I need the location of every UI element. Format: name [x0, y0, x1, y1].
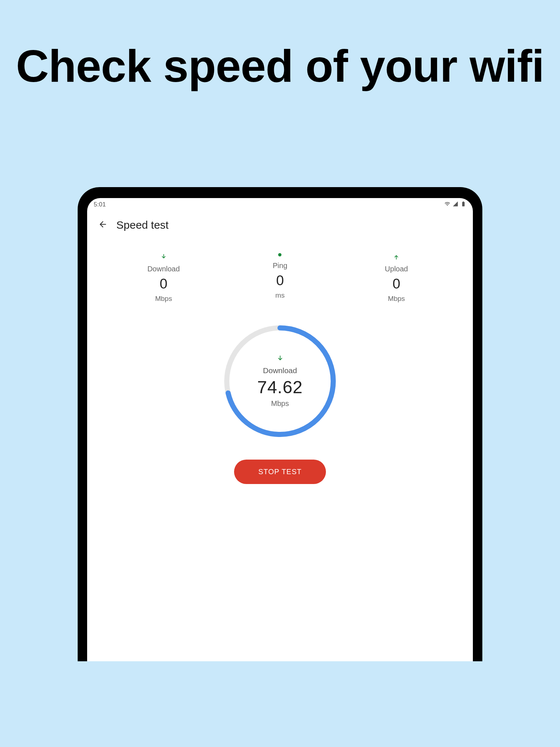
download-unit: Mbps	[155, 295, 172, 303]
download-metric: Download 0 Mbps	[127, 253, 200, 303]
ping-value: 0	[276, 273, 284, 289]
device-frame: 5:01 Speed test	[78, 187, 482, 661]
upload-metric: Upload 0 Mbps	[360, 253, 433, 303]
upload-arrow-icon	[393, 253, 400, 262]
upload-label: Upload	[385, 265, 408, 273]
app-title: Speed test	[116, 219, 168, 231]
ping-label: Ping	[273, 262, 287, 270]
promo-header: Check speed of your wifi	[16, 36, 544, 96]
app-bar: Speed test	[87, 212, 473, 239]
status-time: 5:01	[94, 201, 106, 208]
signal-icon	[452, 201, 458, 209]
ping-metric: Ping 0 ms	[244, 253, 316, 303]
download-arrow-icon	[160, 253, 167, 262]
download-value: 0	[160, 276, 167, 292]
status-icons	[444, 201, 466, 209]
back-arrow-icon[interactable]	[98, 220, 108, 231]
gauge-value: 74.62	[257, 377, 303, 397]
button-container: STOP TEST	[87, 460, 473, 484]
ping-dot-icon	[278, 253, 281, 256]
device-screen: 5:01 Speed test	[87, 198, 473, 661]
upload-unit: Mbps	[388, 295, 405, 303]
upload-value: 0	[393, 276, 400, 292]
download-label: Download	[147, 265, 180, 273]
gauge-content: Download 74.62 Mbps	[257, 355, 303, 408]
gauge-unit: Mbps	[271, 399, 289, 408]
gauge-label: Download	[263, 366, 297, 375]
stop-test-button[interactable]: STOP TEST	[234, 460, 326, 484]
wifi-icon	[444, 201, 450, 209]
status-bar: 5:01	[87, 198, 473, 212]
gauge-download-arrow-icon	[276, 355, 284, 364]
ping-unit: ms	[275, 291, 284, 299]
speed-gauge: Download 74.62 Mbps	[223, 325, 337, 438]
metrics-row: Download 0 Mbps Ping 0 ms Upload 0 Mbps	[87, 253, 473, 303]
gauge-container: Download 74.62 Mbps	[87, 325, 473, 438]
battery-icon	[460, 201, 466, 209]
